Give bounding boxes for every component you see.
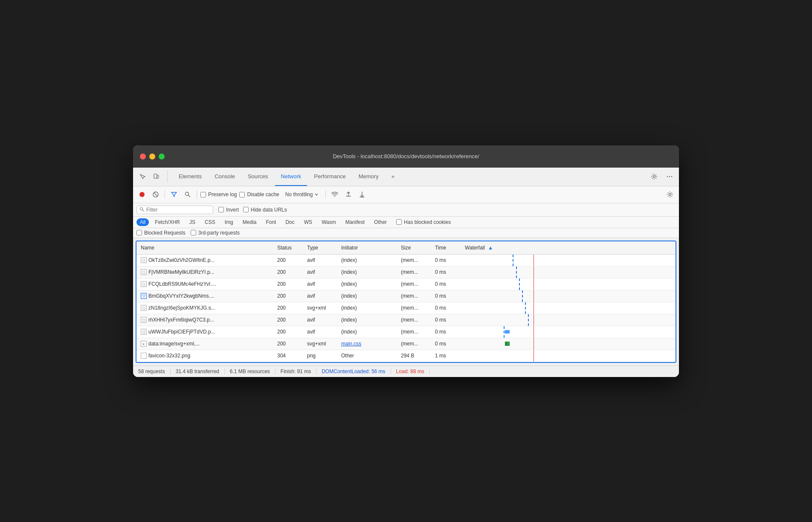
cell-type: avif [303,326,337,338]
minimize-button[interactable] [149,154,155,160]
table-row[interactable]: favicon-32x32.png 304 png Other 294 B 1 … [136,350,676,362]
third-party-label[interactable]: 3rd-party requests [191,230,240,236]
cell-time: 1 ms [431,350,461,362]
close-button[interactable] [140,154,146,160]
toolbar-separator-1 [165,190,165,199]
third-party-checkbox[interactable] [191,230,196,235]
cell-initiator: (index) [337,254,397,266]
col-time[interactable]: Time [431,241,461,255]
table-row[interactable]: ◻rhXHHi7yxFm6IqiwQ7C3.p... 200 avif (ind… [136,314,676,326]
type-btn-css[interactable]: CSS [201,218,219,226]
preserve-log-label[interactable]: Preserve log [200,191,237,197]
disable-cache-checkbox[interactable] [239,192,245,197]
filter-button[interactable] [168,189,180,200]
type-btn-manifest[interactable]: Manifest [342,218,368,226]
throttle-button[interactable]: No throttling [282,190,322,199]
col-waterfall[interactable]: Waterfall ▲ [461,241,676,255]
tab-memory[interactable]: Memory [353,167,385,186]
type-btn-fetchxhr[interactable]: Fetch/XHR [151,218,183,226]
tab-console[interactable]: Console [209,167,241,186]
cell-size: (mem... [397,278,431,290]
cell-time: 0 ms [431,302,461,314]
cursor-icon[interactable] [136,171,148,183]
cell-size: (mem... [397,290,431,302]
record-button[interactable] [136,189,148,200]
type-btn-js[interactable]: JS [186,218,199,226]
type-btn-font[interactable]: Font [262,218,279,226]
maximize-button[interactable] [159,154,165,160]
tab-tools [136,171,168,183]
type-btn-other[interactable]: Other [371,218,390,226]
table-row[interactable]: ◻zN18ngzI6ejSpoKMYKJG.s... 200 svg+xml (… [136,302,676,314]
table-row[interactable]: ◻FCQLdbRS9UMc4eFHzYvI.... 200 avif (inde… [136,278,676,290]
status-bar: 58 requests 31.4 kB transferred 6.1 MB r… [133,365,679,377]
hide-data-urls-label[interactable]: Hide data URLs [243,207,287,213]
col-status[interactable]: Status [273,241,303,255]
cell-type: avif [303,314,337,326]
filter-input[interactable] [146,207,206,213]
table-row[interactable]: ◻uWWJfuFbpiClEFjPTdVD.p... 200 avif (ind… [136,326,676,338]
invert-label[interactable]: Invert [218,207,239,213]
upload-icon[interactable] [343,189,354,200]
type-btn-doc[interactable]: Doc [282,218,298,226]
tab-performance[interactable]: Performance [308,167,351,186]
svg-point-4 [669,176,670,177]
cell-type: avif [303,278,337,290]
table-row[interactable]: ◻FjVMRBNwMyllkUElRzYI.p... 200 avif (ind… [136,266,676,278]
col-name[interactable]: Name [136,241,273,255]
filter-input-wrap [136,206,213,214]
wifi-icon[interactable] [329,189,340,200]
type-btn-all[interactable]: All [136,218,149,226]
finish-time: Finish: 91 ms [276,368,316,374]
more-icon[interactable] [664,171,676,183]
cell-size: (mem... [397,338,431,350]
cell-time: 0 ms [431,290,461,302]
cell-waterfall [461,326,676,338]
svg-point-5 [671,176,672,177]
tab-network[interactable]: Network [275,167,307,186]
download-icon[interactable] [357,189,368,200]
device-icon[interactable] [150,171,162,183]
cell-initiator: main.css [337,338,397,350]
tab-sources[interactable]: Sources [242,167,274,186]
hide-data-urls-checkbox[interactable] [243,207,249,212]
svg-rect-0 [154,174,157,178]
table-row[interactable]: ◻OkTz8xZwi0zVh2GWltnE.p... 200 avif (ind… [136,254,676,266]
initiator-link[interactable]: main.css [341,341,361,347]
settings-icon[interactable] [648,171,660,183]
type-btn-img[interactable]: Img [221,218,237,226]
network-settings-icon[interactable] [664,189,676,200]
blocked-requests-label[interactable]: Blocked Requests [136,230,186,236]
tabs-bar: Elements Console Sources Network Perform… [133,168,679,186]
tab-elements[interactable]: Elements [173,167,208,186]
cell-name: ◻OkTz8xZwi0zVh2GWltnE.p... [136,254,273,266]
col-initiator[interactable]: Initiator [337,241,397,255]
clear-button[interactable] [150,189,161,200]
cell-size: (mem... [397,326,431,338]
devtools-body: Elements Console Sources Network Perform… [133,168,679,377]
table-row[interactable]: ▽BmGbqXVYxIY2kwgbNms.... 200 avif (index… [136,290,676,302]
filter-bar: Invert Hide data URLs [133,203,679,217]
svg-rect-1 [157,175,159,178]
cell-name: ◻uWWJfuFbpiClEFjPTdVD.p... [136,326,273,338]
cell-type: avif [303,290,337,302]
preserve-log-checkbox[interactable] [200,192,206,197]
col-type[interactable]: Type [303,241,337,255]
cell-waterfall [461,266,676,278]
svg-line-13 [142,210,144,212]
cell-name: ◻FCQLdbRS9UMc4eFHzYvI.... [136,278,273,290]
has-blocked-cookies-checkbox[interactable] [396,219,402,225]
disable-cache-label[interactable]: Disable cache [239,191,279,197]
type-btn-ws[interactable]: WS [301,218,316,226]
blocked-requests-checkbox[interactable] [136,230,142,235]
type-btn-media[interactable]: Media [239,218,260,226]
col-size[interactable]: Size [397,241,431,255]
invert-checkbox[interactable] [218,207,224,212]
cell-size: 294 B [397,350,431,362]
has-blocked-cookies-label[interactable]: Has blocked cookies [396,219,451,225]
table-row[interactable]: ▸data:image/svg+xml,... 200 svg+xml main… [136,338,676,350]
type-btn-wasm[interactable]: Wasm [318,218,339,226]
svg-point-12 [140,207,143,210]
tab-more[interactable]: » [386,167,400,186]
search-button[interactable] [182,189,193,200]
